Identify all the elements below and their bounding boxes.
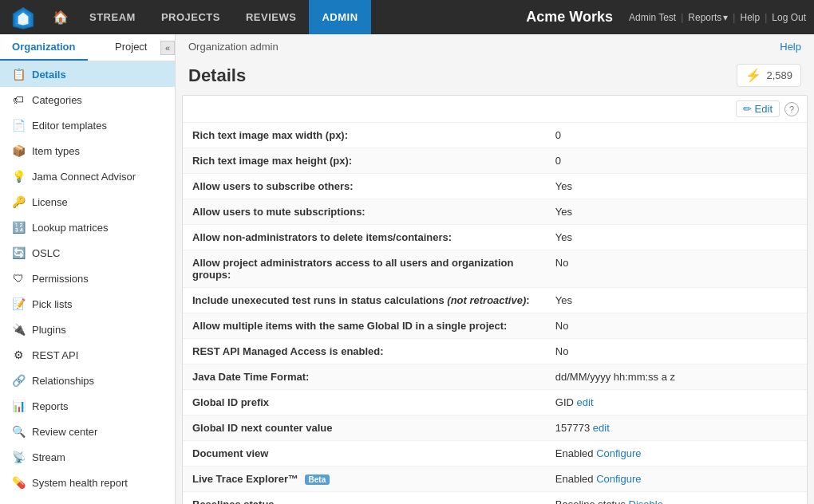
row-label: Java Date Time Format: bbox=[192, 371, 555, 383]
jama-connect-advisor-icon: 💡 bbox=[11, 169, 26, 183]
row-label: Global ID prefix bbox=[192, 396, 555, 408]
row-value: No bbox=[555, 345, 797, 357]
user-name: Admin Test bbox=[629, 12, 676, 23]
brand-name: Acme Works bbox=[526, 9, 613, 26]
table-row: Java Date Time Format: dd/MM/yyyy hh:mm:… bbox=[183, 364, 807, 390]
main-layout: Organization Project « 📋 Details 🏷 Categ… bbox=[0, 34, 814, 504]
sidebar-item-oslc[interactable]: 🔄 OSLC bbox=[0, 240, 175, 266]
details-table: Rich text image max width (px): 0 Rich t… bbox=[183, 123, 807, 504]
sidebar-item-stream[interactable]: 📡 Stream bbox=[0, 444, 175, 470]
tab-organization[interactable]: Organization bbox=[0, 34, 88, 61]
edit-button[interactable]: ✏ Edit bbox=[736, 100, 780, 117]
row-value: Enabled Configure bbox=[555, 473, 797, 485]
row-value: Yes bbox=[555, 294, 797, 306]
row-label: Include unexecuted test runs in status c… bbox=[192, 294, 555, 306]
table-row: Allow non-administrators to delete items… bbox=[183, 225, 807, 250]
sidebar-item-user-groups[interactable]: 👥 User groups bbox=[0, 495, 175, 504]
row-value: Yes bbox=[555, 180, 797, 192]
main-content: Organization admin Help Details ⚡ 2,589 … bbox=[176, 34, 814, 504]
pick-lists-icon: 📝 bbox=[11, 297, 26, 311]
content-area: ✏ Edit ? Rich text image max width (px):… bbox=[182, 95, 808, 504]
table-row: Rich text image max height (px): 0 bbox=[183, 148, 807, 174]
row-label: Allow users to mute subscriptions: bbox=[192, 206, 555, 218]
sidebar-label-lookup-matrices: Lookup matrices bbox=[32, 222, 108, 234]
help-link-nav[interactable]: Help bbox=[740, 12, 760, 23]
sidebar-item-permissions[interactable]: 🛡 Permissions bbox=[0, 266, 175, 291]
sidebar-label-item-types: Item types bbox=[32, 145, 80, 157]
sidebar-item-review-center[interactable]: 🔍 Review center bbox=[0, 419, 175, 444]
edit-bar: ✏ Edit ? bbox=[183, 96, 807, 123]
row-label: Baselines status bbox=[192, 498, 555, 504]
global-id-counter-edit-link[interactable]: edit bbox=[593, 422, 610, 434]
title-bar: Details ⚡ 2,589 bbox=[176, 59, 814, 95]
row-value: GID edit bbox=[555, 396, 797, 408]
row-value: Yes bbox=[555, 231, 797, 243]
reports-dropdown[interactable]: Reports ▾ bbox=[688, 12, 728, 23]
nav-item-stream[interactable]: STREAM bbox=[77, 0, 148, 34]
row-label: REST API Managed Access is enabled: bbox=[192, 345, 555, 357]
sidebar-item-rest-api[interactable]: ⚙ REST API bbox=[0, 342, 175, 368]
help-circle-icon[interactable]: ? bbox=[784, 102, 799, 116]
row-label: Rich text image max width (px): bbox=[192, 129, 555, 141]
sidebar-item-editor-templates[interactable]: 📄 Editor templates bbox=[0, 112, 175, 138]
sidebar-item-system-health-report[interactable]: 💊 System health report bbox=[0, 470, 175, 495]
sidebar-item-relationships[interactable]: 🔗 Relationships bbox=[0, 368, 175, 393]
sidebar-label-permissions: Permissions bbox=[32, 273, 89, 285]
sidebar-label-review-center: Review center bbox=[32, 426, 97, 438]
baselines-disable-link[interactable]: Disable bbox=[629, 498, 663, 504]
row-label: Rich text image max height (px): bbox=[192, 155, 555, 167]
system-health-report-icon: 💊 bbox=[11, 475, 26, 490]
help-link-main[interactable]: Help bbox=[780, 41, 801, 53]
lookup-matrices-icon: 🔢 bbox=[11, 220, 26, 234]
sidebar-item-details[interactable]: 📋 Details bbox=[0, 61, 175, 87]
row-label: Allow multiple items with the same Globa… bbox=[192, 320, 555, 332]
row-value: Yes bbox=[555, 206, 797, 218]
sidebar-label-pick-lists: Pick lists bbox=[32, 298, 73, 310]
counter-badge: ⚡ 2,589 bbox=[737, 64, 801, 87]
row-label: Allow project administrators access to a… bbox=[192, 257, 555, 281]
sidebar-item-license[interactable]: 🔑 License bbox=[0, 189, 175, 215]
sidebar: Organization Project « 📋 Details 🏷 Categ… bbox=[0, 34, 176, 504]
logout-link[interactable]: Log Out bbox=[772, 12, 806, 23]
nav-item-admin[interactable]: ADMIN bbox=[309, 0, 370, 34]
user-menu: Admin Test | Reports ▾ | Help | Log Out bbox=[629, 12, 806, 23]
row-label: Live Trace Explorer™ Beta bbox=[192, 473, 555, 485]
sidebar-item-categories[interactable]: 🏷 Categories bbox=[0, 87, 175, 112]
table-row: Live Trace Explorer™ Beta Enabled Config… bbox=[183, 467, 807, 492]
sidebar-tabs: Organization Project bbox=[0, 34, 175, 61]
row-value: No bbox=[555, 257, 797, 269]
sidebar-item-reports[interactable]: 📊 Reports bbox=[0, 393, 175, 419]
live-trace-configure-link[interactable]: Configure bbox=[596, 473, 641, 485]
sidebar-label-relationships: Relationships bbox=[32, 375, 94, 387]
sidebar-item-jama-connect-advisor[interactable]: 💡 Jama Connect Advisor bbox=[0, 163, 175, 189]
table-row: Allow project administrators access to a… bbox=[183, 250, 807, 288]
categories-icon: 🏷 bbox=[11, 93, 26, 107]
details-icon: 📋 bbox=[11, 67, 26, 81]
sidebar-item-item-types[interactable]: 📦 Item types bbox=[0, 138, 175, 163]
sidebar-item-plugins[interactable]: 🔌 Plugins bbox=[0, 317, 175, 342]
item-types-icon: 📦 bbox=[11, 144, 26, 158]
main-header: Organization admin Help bbox=[176, 34, 814, 59]
sidebar-label-rest-api: REST API bbox=[32, 349, 78, 361]
reports-icon: 📊 bbox=[11, 399, 26, 413]
row-value: 157773 edit bbox=[555, 422, 797, 434]
page-title: Details bbox=[188, 65, 246, 86]
table-row: REST API Managed Access is enabled: No bbox=[183, 339, 807, 364]
sidebar-item-lookup-matrices[interactable]: 🔢 Lookup matrices bbox=[0, 215, 175, 240]
document-view-configure-link[interactable]: Configure bbox=[596, 447, 641, 459]
row-label: Allow non-administrators to delete items… bbox=[192, 231, 555, 243]
row-value: Enabled Configure bbox=[555, 447, 797, 459]
logo-icon[interactable] bbox=[8, 2, 38, 33]
home-icon[interactable]: 🏠 bbox=[45, 10, 77, 25]
nav-item-projects[interactable]: PROJECTS bbox=[148, 0, 233, 34]
sidebar-label-oslc: OSLC bbox=[32, 247, 60, 259]
sidebar-collapse-btn[interactable]: « bbox=[160, 41, 175, 55]
table-row: Baselines status Baseline status Disable bbox=[183, 492, 807, 504]
sidebar-item-pick-lists[interactable]: 📝 Pick lists bbox=[0, 291, 175, 317]
global-id-prefix-edit-link[interactable]: edit bbox=[577, 396, 594, 408]
stream-icon: 📡 bbox=[11, 450, 26, 464]
nav-item-reviews[interactable]: REVIEWS bbox=[233, 0, 309, 34]
row-label: Document view bbox=[192, 447, 555, 459]
breadcrumb: Organization admin bbox=[188, 41, 279, 53]
row-value: 0 bbox=[555, 155, 797, 167]
